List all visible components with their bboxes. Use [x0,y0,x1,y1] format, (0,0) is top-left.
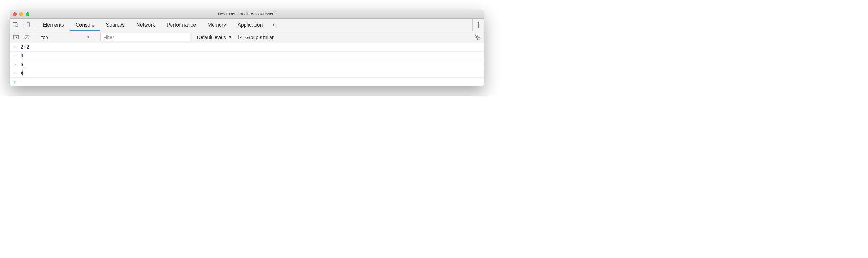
console-toolbar: top ▼ Default levels ▼ ✓ Group similar [10,31,484,43]
console-settings-icon[interactable] [474,34,482,40]
tab-label: Application [238,22,262,28]
log-levels-label: Default levels [197,34,226,40]
svg-rect-2 [27,23,30,27]
svg-point-4 [478,24,479,26]
svg-point-10 [476,36,478,38]
checkbox-icon: ✓ [239,35,243,39]
tab-label: Sources [106,22,125,28]
divider [35,34,35,41]
prompt-marker-icon: › [13,79,17,85]
svg-line-18 [478,35,479,36]
output-marker-icon: ‹· [13,71,17,76]
input-marker-icon: › [13,62,17,67]
panel-tabbar: ElementsConsoleSourcesNetworkPerformance… [10,19,484,31]
minimize-window-button[interactable] [19,12,23,16]
svg-point-5 [478,26,479,28]
tab-label: Memory [207,22,226,28]
clear-console-icon[interactable] [23,33,31,42]
code-text: 4 [21,70,23,76]
dropdown-caret-icon: ▼ [228,34,233,40]
svg-line-9 [26,36,29,38]
console-output[interactable]: ›2+2‹·4›$_‹·4› [10,43,484,86]
console-output-row: ‹·4 [10,69,484,78]
window-title: DevTools - localhost:8080/web/ [10,11,484,17]
close-window-button[interactable] [13,12,17,16]
group-similar-toggle[interactable]: ✓ Group similar [237,34,276,40]
code-text: $_ [21,62,26,67]
code-text: 2+2 [21,44,29,50]
text-cursor [21,80,21,85]
tab-label: Console [75,22,95,28]
svg-point-3 [478,23,479,24]
tab-label: Elements [43,22,64,28]
code-text: 4 [21,53,23,59]
inspect-element-icon[interactable] [10,19,21,31]
window-titlebar: DevTools - localhost:8080/web/ [10,10,484,19]
tab-memory[interactable]: Memory [202,19,232,31]
tab-sources[interactable]: Sources [100,19,130,31]
spacer [280,19,472,31]
svg-line-16 [478,38,479,39]
tab-console[interactable]: Console [70,19,100,31]
tab-performance[interactable]: Performance [161,19,202,31]
context-label: top [41,34,48,40]
device-toolbar-icon[interactable] [21,19,33,31]
tabs-overflow-button[interactable]: » [268,19,280,31]
tabs-overflow-icon: » [273,22,276,28]
input-marker-icon: › [13,44,17,50]
svg-line-17 [475,38,476,39]
divider [97,34,97,41]
maximize-window-button[interactable] [26,12,30,16]
more-options-button[interactable] [472,19,484,31]
tabs: ElementsConsoleSourcesNetworkPerformance… [37,19,268,31]
console-output-row: ‹·4 [10,52,484,60]
dropdown-caret-icon: ▼ [87,35,90,39]
toggle-sidebar-icon[interactable] [11,33,21,42]
output-marker-icon: ‹· [13,54,17,58]
console-input-row: ›$_ [10,60,484,69]
log-levels-selector[interactable]: Default levels ▼ [195,34,235,40]
devtools-window: DevTools - localhost:8080/web/ ElementsC… [10,10,484,86]
traffic-lights [13,12,30,16]
tab-label: Network [136,22,155,28]
group-similar-label: Group similar [245,34,274,40]
tab-network[interactable]: Network [130,19,161,31]
svg-line-15 [475,35,476,36]
console-prompt-row[interactable]: › [10,78,484,86]
tab-elements[interactable]: Elements [37,19,70,31]
prompt-input[interactable] [21,79,21,85]
divider [35,21,35,29]
console-input-row: ›2+2 [10,43,484,52]
tab-application[interactable]: Application [232,19,268,31]
filter-input[interactable] [100,33,190,41]
tab-label: Performance [167,22,196,28]
context-selector[interactable]: top ▼ [38,34,94,40]
